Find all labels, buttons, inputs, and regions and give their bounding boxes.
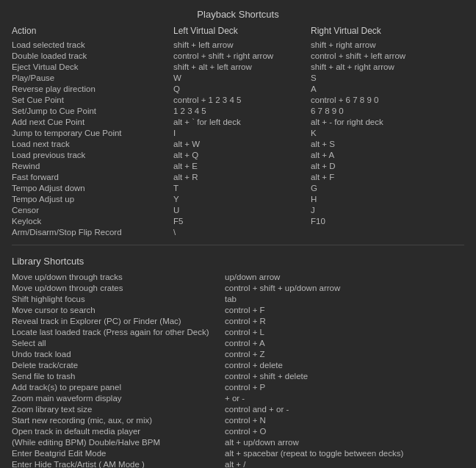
table-cell: U xyxy=(173,204,311,215)
table-row: Load selected trackshift + left arrowshi… xyxy=(12,39,464,50)
table-cell: Shift highlight focus xyxy=(12,293,225,304)
table-cell: shift + left arrow xyxy=(173,39,311,50)
table-cell: Load next track xyxy=(12,138,173,149)
table-cell: Reverse play direction xyxy=(12,83,173,94)
table-cell: Zoom main waveform display xyxy=(12,392,225,403)
table-cell: control + O xyxy=(225,425,464,436)
library-section-title: Library Shortcuts xyxy=(12,256,464,267)
list-item: Locate last loaded track (Press again fo… xyxy=(12,326,464,337)
table-cell: F10 xyxy=(311,215,464,226)
table-row: Set/Jump to Cue Point1 2 3 4 56 7 8 9 0 xyxy=(12,105,464,116)
table-cell: control + 1 2 3 4 5 xyxy=(173,94,311,105)
table-cell: alt + up/down arrow xyxy=(225,436,464,447)
table-cell: H xyxy=(311,193,464,204)
table-row: Play/PauseWS xyxy=(12,72,464,83)
table-row: Load next trackalt + Walt + S xyxy=(12,138,464,149)
table-cell: control + delete xyxy=(225,359,464,370)
table-cell: Send file to trash xyxy=(12,370,225,381)
table-cell: Censor xyxy=(12,204,173,215)
table-row: Reverse play directionQA xyxy=(12,83,464,94)
table-cell: G xyxy=(311,182,464,193)
table-cell: Enter Hide Track/Artist ( AM Mode ) xyxy=(12,458,225,468)
table-cell: Locate last loaded track (Press again fo… xyxy=(12,326,225,337)
list-item: Select allcontrol + A xyxy=(12,337,464,348)
table-cell: Tempo Adjust up xyxy=(12,193,173,204)
list-item: Zoom main waveform display+ or - xyxy=(12,392,464,403)
list-item: Enter Hide Track/Artist ( AM Mode )alt +… xyxy=(12,458,464,468)
table-cell: Tempo Adjust down xyxy=(12,182,173,193)
list-item: Reveal track in Explorer (PC) or Finder … xyxy=(12,315,464,326)
list-item: Add track(s) to prepare panelcontrol + P xyxy=(12,381,464,392)
table-cell: I xyxy=(173,127,311,138)
table-cell: Move cursor to search xyxy=(12,304,225,315)
table-cell: up/down arrow xyxy=(225,271,464,282)
table-cell: (While editing BPM) Double/Halve BPM xyxy=(12,436,225,447)
list-item: Move up/down through cratescontrol + shi… xyxy=(12,282,464,293)
table-cell: Y xyxy=(173,193,311,204)
table-cell: Jump to temporary Cue Point xyxy=(12,127,173,138)
col-header-left: Left Virtual Deck xyxy=(173,26,311,39)
list-item: Delete track/cratecontrol + delete xyxy=(12,359,464,370)
table-cell: shift + alt + left arrow xyxy=(173,61,311,72)
table-cell: S xyxy=(311,72,464,83)
table-cell: \ xyxy=(173,226,311,237)
table-cell: control + shift + left arrow xyxy=(311,50,464,61)
table-cell: Move up/down through tracks xyxy=(12,271,225,282)
table-cell: control + N xyxy=(225,414,464,425)
table-cell: Add next Cue Point xyxy=(12,116,173,127)
table-cell: alt + F xyxy=(311,171,464,182)
table-row: Double loaded trackcontrol + shift + rig… xyxy=(12,50,464,61)
table-row: Set Cue Pointcontrol + 1 2 3 4 5control … xyxy=(12,94,464,105)
table-cell: Load previous track xyxy=(12,149,173,160)
table-row: Tempo Adjust downTG xyxy=(12,182,464,193)
table-row: CensorUJ xyxy=(12,204,464,215)
table-cell: W xyxy=(173,72,311,83)
table-row: Jump to temporary Cue PointIK xyxy=(12,127,464,138)
table-cell: alt + R xyxy=(173,171,311,182)
table-cell: Load selected track xyxy=(12,39,173,50)
table-cell: alt + - for right deck xyxy=(311,116,464,127)
table-cell: A xyxy=(311,83,464,94)
table-row: Eject Virtual Deckshift + alt + left arr… xyxy=(12,61,464,72)
table-cell: Set/Jump to Cue Point xyxy=(12,105,173,116)
table-cell: alt + / xyxy=(225,458,464,468)
table-cell: Move up/down through crates xyxy=(12,282,225,293)
table-cell: J xyxy=(311,204,464,215)
table-cell: Play/Pause xyxy=(12,72,173,83)
table-cell: Select all xyxy=(12,337,225,348)
table-cell: + or - xyxy=(225,392,464,403)
table-cell xyxy=(311,226,464,237)
table-row: Add next Cue Pointalt + ` for left decka… xyxy=(12,116,464,127)
table-cell: alt + spacebar (repeat to toggle between… xyxy=(225,447,464,458)
section-divider xyxy=(12,245,464,245)
table-cell: control + F xyxy=(225,304,464,315)
table-cell: tab xyxy=(225,293,464,304)
page-title: Playback Shortcuts xyxy=(12,9,464,20)
table-row: Tempo Adjust upYH xyxy=(12,193,464,204)
table-cell: F5 xyxy=(173,215,311,226)
list-item: Undo track loadcontrol + Z xyxy=(12,348,464,359)
table-cell: control + Z xyxy=(225,348,464,359)
table-cell: Keylock xyxy=(12,215,173,226)
list-item: Move cursor to searchcontrol + F xyxy=(12,304,464,315)
table-cell: alt + E xyxy=(173,160,311,171)
table-row: Load previous trackalt + Qalt + A xyxy=(12,149,464,160)
list-item: Shift highlight focustab xyxy=(12,293,464,304)
table-cell: control + P xyxy=(225,381,464,392)
table-cell: Enter Beatgrid Edit Mode xyxy=(12,447,225,458)
table-cell: Eject Virtual Deck xyxy=(12,61,173,72)
table-cell: 6 7 8 9 0 xyxy=(311,105,464,116)
table-cell: Set Cue Point xyxy=(12,94,173,105)
table-cell: alt + ` for left deck xyxy=(173,116,311,127)
table-cell: alt + W xyxy=(173,138,311,149)
table-cell: alt + Q xyxy=(173,149,311,160)
list-item: Move up/down through tracksup/down arrow xyxy=(12,271,464,282)
table-cell: control + shift + delete xyxy=(225,370,464,381)
table-cell: Undo track load xyxy=(12,348,225,359)
table-cell: Open track in default media player xyxy=(12,425,225,436)
table-cell: control + shift + up/down arrow xyxy=(225,282,464,293)
table-cell: K xyxy=(311,127,464,138)
table-cell: Arm/Disarm/Stop Flip Record xyxy=(12,226,173,237)
list-item: (While editing BPM) Double/Halve BPMalt … xyxy=(12,436,464,447)
table-cell: 1 2 3 4 5 xyxy=(173,105,311,116)
